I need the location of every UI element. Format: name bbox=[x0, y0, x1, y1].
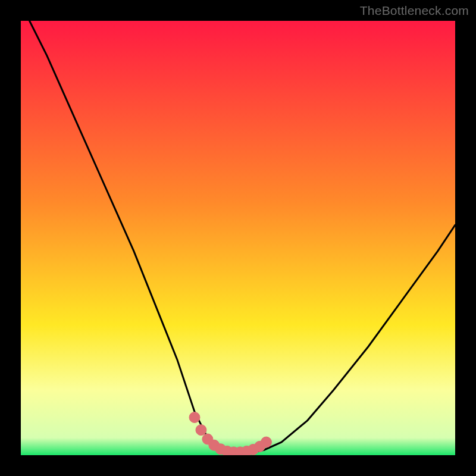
sweet-spot-marker bbox=[189, 412, 200, 422]
chart-frame: TheBottleneck.com bbox=[0, 0, 476, 476]
sweet-spot-marker bbox=[196, 425, 206, 436]
bottleneck-chart-svg bbox=[21, 21, 455, 455]
sweet-spot-marker bbox=[261, 437, 271, 447]
watermark-text: TheBottleneck.com bbox=[360, 4, 469, 18]
gradient-background bbox=[21, 21, 455, 455]
plot-area bbox=[21, 21, 455, 455]
